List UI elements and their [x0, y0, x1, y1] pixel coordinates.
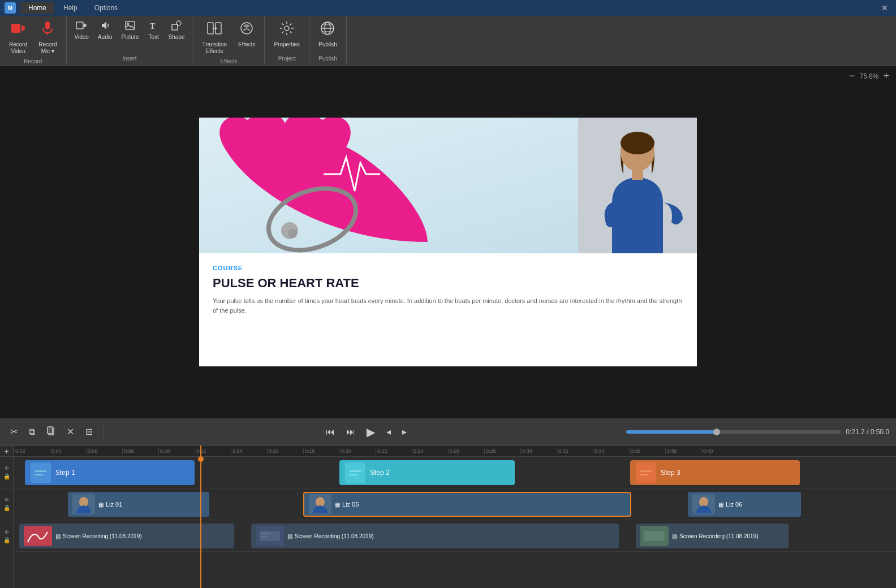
tab-home[interactable]: Home — [20, 2, 54, 14]
record-mic-button[interactable]: RecordMic ▾ — [34, 18, 61, 57]
video-icon — [76, 20, 87, 34]
tab-options[interactable]: Options — [87, 2, 126, 14]
track-scroll-area[interactable]: 0:02 0:04 0:06 0:08 0:10 0:12 0:14 0:16 … — [14, 446, 896, 588]
timeline-time: 0:21.2 / 0:50.0 — [846, 428, 889, 436]
track-controls-col: + 👁 🔒 👁 🔒 👁 🔒 — [0, 446, 14, 588]
picture-button[interactable]: Picture — [118, 18, 142, 42]
clip-liz06-label: Liz 06 — [726, 501, 742, 508]
tab-help[interactable]: Help — [55, 2, 85, 14]
skip-start-button[interactable]: ⏮ — [322, 425, 338, 439]
track-ctrl-slide: 👁 🔒 — [0, 457, 13, 488]
screen1-film-icon: ▤ — [55, 533, 61, 539]
svg-rect-54 — [644, 531, 665, 541]
record-mic-icon — [40, 20, 55, 40]
publish-button[interactable]: Publish — [314, 18, 342, 50]
record-mic-label: RecordMic ▾ — [38, 41, 57, 55]
close-button[interactable]: ✕ — [878, 2, 891, 14]
clip-liz06[interactable]: ▦ Liz 06 — [688, 492, 801, 517]
ruler-mark: 0:10 — [158, 448, 195, 454]
zoom-in-button[interactable]: + — [883, 70, 889, 82]
svg-rect-30 — [632, 168, 643, 180]
delete-button[interactable]: ✕ — [63, 424, 77, 439]
app-logo: M — [5, 2, 16, 14]
eye2-icon[interactable]: 👁 — [4, 497, 10, 503]
ruler-mark: 0:02 — [14, 448, 50, 454]
slide-course-label: COURSE — [213, 265, 683, 271]
timeline-ruler: 0:02 0:04 0:06 0:08 0:10 0:12 0:14 0:16 … — [14, 446, 896, 457]
audio-button[interactable]: Audio — [94, 18, 116, 42]
video-button[interactable]: Video — [71, 18, 92, 42]
properties-icon — [279, 20, 295, 40]
ribbon-group-project: Properties Project — [265, 16, 309, 65]
cut-button[interactable]: ✂ — [7, 424, 21, 439]
text-label: Text — [148, 34, 158, 40]
clip-step1-label: Step 1 — [55, 469, 75, 477]
timeline-body: + 👁 🔒 👁 🔒 👁 🔒 — [0, 446, 896, 588]
lock2-icon[interactable]: 🔒 — [3, 505, 10, 511]
ribbon-group-project-label: Project — [278, 55, 296, 63]
transition-effects-icon — [206, 20, 222, 40]
record-video-button[interactable]: RecordVideo — [5, 18, 32, 57]
playhead — [200, 446, 201, 456]
clip-step3[interactable]: Step 3 — [630, 460, 800, 485]
audio-label: Audio — [98, 34, 113, 40]
presenter-image-area — [578, 118, 697, 253]
toolbar-separator — [103, 425, 104, 439]
svg-rect-33 — [33, 465, 49, 481]
timeline-progress: 0:21.2 / 0:50.0 — [626, 428, 889, 436]
clip-screen1[interactable]: ▤ Screen Recording (11.08.2019) — [19, 524, 234, 548]
paste-button[interactable] — [43, 424, 59, 440]
svg-marker-1 — [21, 25, 25, 32]
text-button[interactable]: T Text — [145, 18, 163, 42]
ribbon-group-publish-label: Publish — [318, 55, 337, 63]
main-area: − 75.8% + — [0, 66, 896, 418]
screen2-thumb — [256, 526, 284, 546]
ruler-mark: 0:04 — [50, 448, 86, 454]
progress-bar[interactable] — [626, 430, 841, 434]
clip-step2[interactable]: Step 2 — [339, 460, 515, 485]
clip-screen2-label: Screen Recording (11.08.2019) — [295, 533, 374, 539]
next-frame-button[interactable]: ▸ — [399, 424, 410, 439]
zoom-out-button[interactable]: − — [849, 70, 855, 82]
progress-thumb[interactable] — [713, 429, 720, 435]
ribbon-group-record-label: Record — [24, 58, 42, 66]
slide-bottom: COURSE PULSE OR HEART RATE Your pulse te… — [199, 253, 697, 366]
add-track-button[interactable]: + — [4, 447, 8, 456]
screen-track-content: ▤ Screen Recording (11.08.2019) ▤ Screen… — [14, 520, 896, 551]
clip-liz05-label: Liz 05 — [342, 501, 359, 508]
clip-screen1-label: Screen Recording (11.08.2019) — [63, 533, 142, 539]
clip-screen2[interactable]: ▤ Screen Recording (11.08.2019) — [251, 524, 619, 548]
lock3-icon[interactable]: 🔒 — [3, 537, 10, 543]
screen3-thumb — [640, 526, 669, 546]
eye-icon[interactable]: 👁 — [4, 465, 10, 472]
ruler-mark: 0:34 — [593, 448, 629, 454]
picture-label: Picture — [121, 34, 139, 40]
clip-step3-thumb — [636, 462, 656, 483]
split-button[interactable]: ⊟ — [82, 424, 96, 439]
shape-button[interactable]: Shape — [165, 18, 188, 42]
properties-button[interactable]: Properties — [269, 18, 304, 50]
svg-text:T: T — [150, 22, 156, 31]
clip-liz01[interactable]: ▦ Liz 01 — [68, 492, 209, 517]
shape-label: Shape — [169, 34, 185, 40]
lock-icon[interactable]: 🔒 — [3, 473, 10, 479]
clip-screen3[interactable]: ▤ Screen Recording (11.08.2019) — [636, 524, 789, 548]
svg-rect-37 — [350, 470, 361, 472]
prev-frame-button[interactable]: ◂ — [383, 424, 394, 439]
ribbon-group-insert: Video Audio Picture — [67, 16, 193, 65]
clip-step1[interactable]: Step 1 — [25, 460, 195, 485]
ruler-marks: 0:02 0:04 0:06 0:08 0:10 0:12 0:14 0:16 … — [14, 448, 738, 454]
effects-button[interactable]: Effects — [234, 18, 260, 50]
svg-marker-15 — [215, 27, 217, 30]
copy-button[interactable]: ⧉ — [25, 425, 38, 439]
svg-marker-5 — [84, 23, 87, 28]
ribbon: RecordVideo RecordMic ▾ Record Video — [0, 16, 896, 66]
slide-title: PULSE OR HEART RATE — [213, 276, 683, 291]
clip-liz05[interactable]: ▦ Liz 05 — [303, 492, 631, 517]
play-button[interactable]: ▶ — [363, 423, 378, 441]
clip-liz01-label: Liz 01 — [106, 501, 122, 508]
skip-prev-button[interactable]: ⏭ — [343, 425, 359, 439]
ruler-mark: 0:40 — [701, 448, 738, 454]
transition-effects-button[interactable]: TransitionEffects — [198, 18, 232, 57]
eye3-icon[interactable]: 👁 — [4, 529, 10, 535]
